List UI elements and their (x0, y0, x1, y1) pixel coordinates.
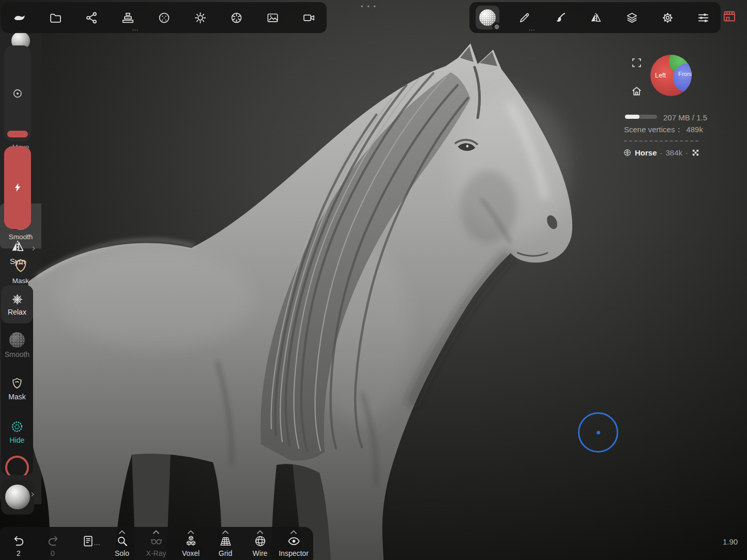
top-menu-dots[interactable]: • • • (361, 3, 377, 10)
voxel-button[interactable]: Voxel (174, 530, 207, 557)
undo-count: 2 (17, 549, 21, 557)
checker-icon (691, 148, 700, 157)
solo-label: Solo (115, 549, 129, 557)
solo-toggle[interactable]: Solo (105, 530, 139, 557)
mesh-icon (623, 148, 632, 157)
wire-label: Wire (253, 549, 268, 557)
web-icon (11, 293, 24, 306)
smooth-sphere-icon (9, 332, 25, 348)
object-vertex-count: 384k (666, 148, 683, 157)
scene-graph-icon[interactable] (81, 7, 102, 28)
hide-quick-tool[interactable]: Hide (1, 410, 33, 454)
active-tool-preview[interactable] (476, 6, 499, 29)
glasses-icon (150, 535, 163, 548)
multires-ellipsis: … (132, 26, 139, 31)
tool-settings-gear-icon[interactable] (492, 22, 501, 31)
nomad-sculpt-app: … • • • … Left Front 207 MB / 1.5 Scene … (0, 0, 747, 560)
pencil-ellipsis: … (528, 26, 535, 31)
panel-expand-chevron-icon[interactable] (30, 245, 37, 254)
wire-toggle[interactable]: Wire (243, 530, 277, 557)
matcap-sphere[interactable] (5, 485, 30, 509)
sym-label: Sym (4, 257, 31, 266)
magnifier-icon (116, 535, 129, 548)
chevron-up-icon (256, 530, 264, 534)
object-name[interactable]: Horse (635, 148, 657, 157)
mask-shield-icon (10, 377, 24, 390)
inspector-label: Inspector (279, 549, 309, 557)
xray-label: X-Ray (146, 549, 166, 557)
grid-toggle[interactable]: Grid (209, 530, 242, 557)
undo-button[interactable]: 2 (2, 530, 35, 557)
symmetry-icon[interactable] (585, 7, 607, 28)
top-right-toolbar: … (469, 2, 721, 33)
app-logo-icon[interactable] (8, 7, 30, 28)
hide-label: Hide (10, 436, 25, 444)
multires-icon[interactable]: … (117, 7, 139, 28)
brush-cursor (578, 412, 618, 453)
voxel-label: Voxel (182, 549, 200, 557)
sliders-icon[interactable] (693, 7, 714, 28)
fullscreen-icon[interactable] (630, 56, 643, 69)
pencil-icon[interactable]: … (513, 7, 535, 28)
brush-radius-slider[interactable] (4, 45, 31, 142)
shortcut-hint: W (26, 234, 31, 239)
scene-vertices-label: Scene vertices： (624, 125, 682, 135)
store-icon[interactable] (719, 5, 740, 27)
hide-dotted-circle-icon (10, 420, 24, 433)
relax-label: Relax (8, 308, 26, 316)
red-ring-icon[interactable] (5, 456, 29, 475)
lightning-bolt-icon (12, 182, 23, 193)
inspector-button[interactable]: Inspector (277, 530, 310, 557)
intensity-slider[interactable] (4, 146, 31, 229)
notes-button[interactable]: … (71, 530, 104, 548)
paint-brush-icon[interactable] (550, 7, 571, 28)
falloff-target-icon[interactable] (12, 88, 23, 99)
gizmo-left-label[interactable]: Left (655, 72, 666, 79)
mask-quick-tool[interactable]: Mask (1, 367, 33, 410)
slider-handle[interactable] (7, 131, 28, 137)
grid-label: Grid (219, 549, 232, 557)
home-view-icon[interactable] (630, 84, 643, 98)
grid-icon (219, 535, 232, 548)
memory-usage-bar (625, 115, 657, 119)
redo-button[interactable]: 0 (36, 530, 69, 557)
object-separator: · (660, 148, 663, 157)
object-row[interactable]: Horse · 384k · (623, 148, 700, 157)
redo-count: 0 (51, 549, 55, 557)
turntable-camera-icon[interactable] (298, 7, 319, 28)
eye-icon (287, 535, 300, 548)
chevron-up-icon (187, 530, 194, 534)
material-expand-chevron-icon[interactable] (29, 491, 36, 500)
relax-tool[interactable]: Relax (1, 285, 33, 323)
topology-sphere-icon[interactable] (153, 7, 175, 28)
orientation-gizmo[interactable]: Left Front (650, 55, 692, 96)
brush-cursor-center (597, 431, 600, 434)
camera-aperture-icon[interactable] (225, 7, 247, 28)
xray-toggle[interactable]: X-Ray (140, 530, 173, 557)
memory-usage-fill (625, 115, 639, 119)
gizmo-front-label[interactable]: Front (678, 71, 692, 77)
background-image-icon[interactable] (262, 7, 283, 28)
scene-vertices-value: 489k (686, 125, 703, 135)
settings-gear-icon[interactable] (657, 7, 679, 28)
chevron-up-icon (290, 530, 297, 534)
smooth-label: Smooth (5, 350, 29, 359)
symmetry-toggle[interactable]: W Sym (4, 232, 31, 266)
chevron-up-icon (153, 530, 160, 534)
chevron-up-icon (118, 530, 126, 534)
files-icon[interactable] (44, 7, 66, 28)
chevron-up-icon (222, 530, 229, 534)
voxel-cubes-icon (185, 535, 197, 548)
zoom-level: 1.90 (723, 537, 738, 546)
memory-usage-text: 207 MB / 1.5 (663, 113, 708, 122)
mask-label: Mask (8, 393, 25, 401)
bottom-toolbar: 2 0 … Solo X-Ray Voxel (0, 527, 313, 560)
layers-icon[interactable] (621, 7, 643, 28)
notes-ellipsis: … (94, 539, 100, 547)
dashed-separator (624, 141, 698, 142)
scene-vertices-row: Scene vertices： 489k (624, 125, 703, 135)
wireframe-sphere-icon (254, 535, 267, 548)
smooth-quick-tool[interactable]: Smooth (1, 323, 33, 367)
top-left-toolbar: … (1, 2, 327, 33)
lighting-icon[interactable] (189, 7, 211, 28)
